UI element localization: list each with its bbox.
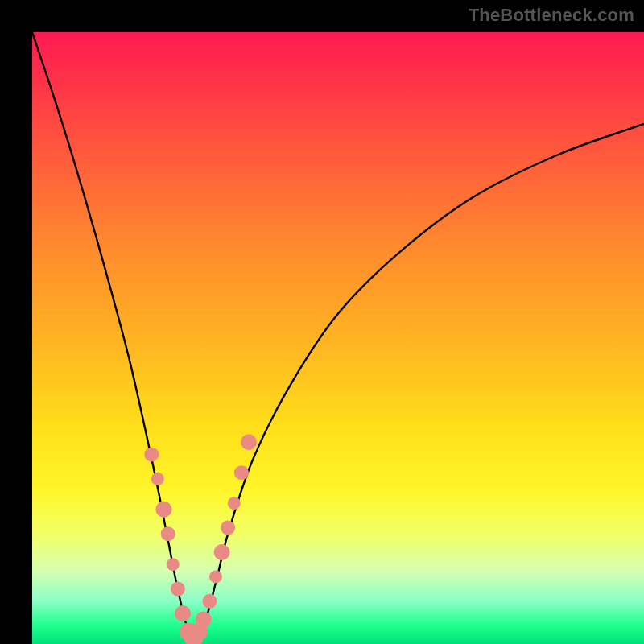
curve-marker xyxy=(167,558,180,571)
curve-marker xyxy=(241,434,257,450)
bottleneck-curve xyxy=(32,32,644,639)
marker-group xyxy=(144,434,257,644)
curve-marker xyxy=(151,473,164,485)
curve-marker xyxy=(161,526,175,541)
chart-svg xyxy=(32,32,644,644)
curve-marker xyxy=(155,502,171,518)
plot-area xyxy=(32,32,644,644)
chart-frame: TheBottleneck.com xyxy=(0,0,644,644)
curve-marker xyxy=(221,521,235,535)
curve-marker xyxy=(144,447,159,461)
curve-marker xyxy=(228,497,241,510)
curve-marker xyxy=(171,582,185,597)
curve-marker xyxy=(234,465,249,480)
curve-marker xyxy=(214,544,230,560)
curve-marker xyxy=(175,605,191,621)
curve-marker xyxy=(209,570,222,583)
curve-marker xyxy=(202,594,217,609)
curve-marker xyxy=(196,612,212,628)
watermark-text: TheBottleneck.com xyxy=(469,5,634,26)
